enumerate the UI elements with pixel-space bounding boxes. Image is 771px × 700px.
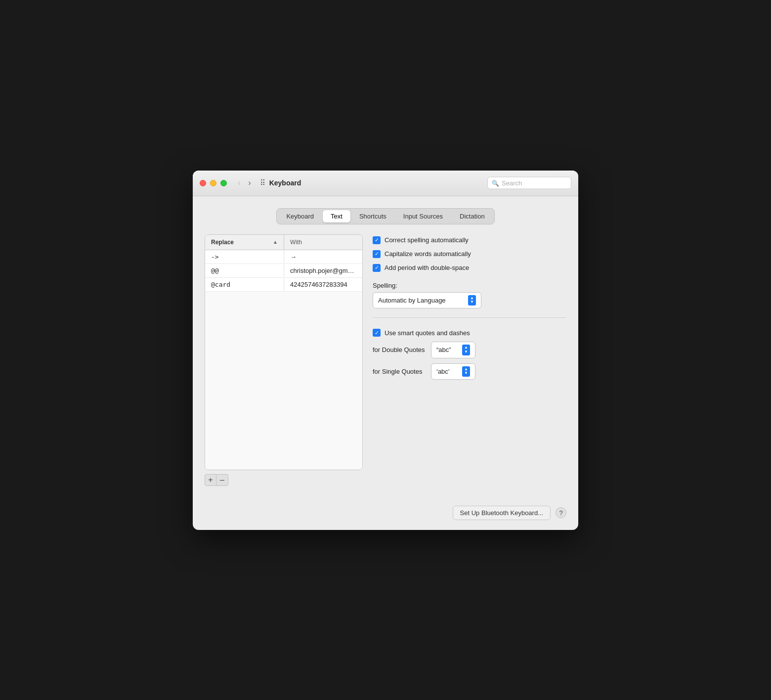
checkmark-icon: ✓ — [375, 330, 379, 336]
help-button[interactable]: ? — [556, 507, 566, 518]
tab-input-sources[interactable]: Input Sources — [395, 210, 451, 222]
single-quotes-dropdown[interactable]: ‘abc’ ▲ ▼ — [431, 363, 475, 380]
tab-dictation[interactable]: Dictation — [452, 210, 493, 222]
capitalize-words-checkbox[interactable]: ✓ — [373, 250, 381, 258]
tab-text[interactable]: Text — [323, 210, 350, 222]
tab-bar: Keyboard Text Shortcuts Input Sources Di… — [205, 208, 566, 224]
single-quotes-value: ‘abc’ — [436, 368, 450, 375]
smart-quotes-section: ✓ Use smart quotes and dashes for Double… — [373, 329, 566, 380]
checkmark-icon: ✓ — [375, 265, 379, 270]
single-quotes-label: for Single Quotes — [373, 368, 427, 375]
replacement-table-section: Replace ▲ With -> → @@ — [205, 234, 363, 486]
capitalize-words-row: ✓ Capitalize words automatically — [373, 250, 566, 258]
content-area: Keyboard Text Shortcuts Input Sources Di… — [193, 196, 578, 498]
table-footer: + – — [205, 474, 363, 486]
double-quotes-value: “abc” — [436, 346, 451, 353]
window-footer: Set Up Bluetooth Keyboard... ? — [193, 498, 578, 530]
add-period-checkbox[interactable]: ✓ — [373, 264, 381, 272]
table-row[interactable]: @@ christoph.pojer@gmail.... — [205, 264, 362, 278]
col-with-label: With — [290, 239, 302, 246]
remove-row-button[interactable]: – — [216, 474, 228, 486]
spelling-dropdown-value: Automatic by Language — [378, 297, 446, 304]
table-row[interactable]: @card 4242574637283394 — [205, 278, 362, 292]
search-input[interactable] — [502, 179, 567, 187]
spelling-dropdown-arrows: ▲ ▼ — [468, 295, 476, 306]
add-row-button[interactable]: + — [205, 474, 216, 486]
checkmark-icon: ✓ — [375, 237, 379, 243]
tab-group: Keyboard Text Shortcuts Input Sources Di… — [276, 208, 494, 224]
bluetooth-keyboard-button[interactable]: Set Up Bluetooth Keyboard... — [453, 506, 551, 520]
search-box: 🔍 — [487, 177, 571, 189]
double-quotes-label: for Double Quotes — [373, 346, 427, 353]
single-quotes-dropdown-arrows: ▲ ▼ — [462, 366, 470, 377]
col-replace-header: Replace ▲ — [205, 235, 284, 250]
divider — [373, 317, 566, 318]
cell-replace-2: @card — [205, 278, 284, 291]
table-header: Replace ▲ With — [205, 235, 362, 250]
smart-quotes-checkbox[interactable]: ✓ — [373, 329, 381, 337]
capitalize-words-label: Capitalize words automatically — [385, 250, 471, 258]
chevron-down-icon: ▼ — [464, 371, 468, 376]
add-period-row: ✓ Add period with double-space — [373, 264, 566, 272]
double-quotes-row: for Double Quotes “abc” ▲ ▼ — [373, 342, 566, 358]
tab-keyboard[interactable]: Keyboard — [278, 210, 322, 222]
table-empty-area — [205, 292, 362, 470]
close-button[interactable] — [200, 180, 206, 186]
col-with-header: With — [284, 235, 362, 250]
single-quotes-row: for Single Quotes ‘abc’ ▲ ▼ — [373, 363, 566, 380]
cell-replace-1: @@ — [205, 264, 284, 277]
sort-arrow-icon: ▲ — [273, 239, 278, 245]
tab-shortcuts[interactable]: Shortcuts — [351, 210, 394, 222]
col-replace-label: Replace — [211, 239, 234, 246]
minimize-button[interactable] — [210, 180, 216, 186]
back-button[interactable]: ‹ — [235, 177, 243, 188]
table-row[interactable]: -> → — [205, 250, 362, 264]
correct-spelling-row: ✓ Correct spelling automatically — [373, 236, 566, 244]
grid-icon: ⠿ — [260, 178, 265, 187]
cell-replace-0: -> — [205, 251, 284, 263]
nav-buttons: ‹ › — [235, 177, 254, 188]
spelling-dropdown[interactable]: Automatic by Language ▲ ▼ — [373, 292, 481, 309]
keyboard-window: ‹ › ⠿ Keyboard 🔍 Keyboard Text Shortcuts… — [193, 171, 578, 530]
cell-with-1: christoph.pojer@gmail.... — [284, 264, 362, 277]
chevron-down-icon: ▼ — [464, 350, 468, 354]
cell-with-0: → — [284, 251, 362, 263]
chevron-down-icon: ▼ — [470, 300, 474, 305]
table-body: -> → @@ christoph.pojer@gmail.... @card … — [205, 250, 362, 470]
titlebar: ‹ › ⠿ Keyboard 🔍 — [193, 171, 578, 196]
search-icon: 🔍 — [492, 179, 499, 186]
double-quotes-dropdown[interactable]: “abc” ▲ ▼ — [431, 342, 475, 358]
smart-quotes-row: ✓ Use smart quotes and dashes — [373, 329, 566, 337]
double-quotes-dropdown-arrows: ▲ ▼ — [462, 345, 470, 355]
cell-with-2: 4242574637283394 — [284, 278, 362, 291]
window-title: Keyboard — [269, 179, 301, 187]
correct-spelling-label: Correct spelling automatically — [385, 236, 469, 244]
main-area: Replace ▲ With -> → @@ — [205, 234, 566, 486]
spelling-section: Spelling: Automatic by Language ▲ ▼ — [373, 282, 566, 309]
maximize-button[interactable] — [220, 180, 227, 186]
traffic-lights — [200, 180, 227, 186]
forward-button[interactable]: › — [245, 177, 254, 188]
add-period-label: Add period with double-space — [385, 264, 469, 271]
correct-spelling-checkbox[interactable]: ✓ — [373, 236, 381, 244]
checkmark-icon: ✓ — [375, 251, 379, 257]
smart-quotes-label: Use smart quotes and dashes — [385, 329, 470, 337]
replacement-table: Replace ▲ With -> → @@ — [205, 234, 363, 470]
spelling-label: Spelling: — [373, 282, 566, 289]
settings-section: ✓ Correct spelling automatically ✓ Capit… — [373, 234, 566, 486]
